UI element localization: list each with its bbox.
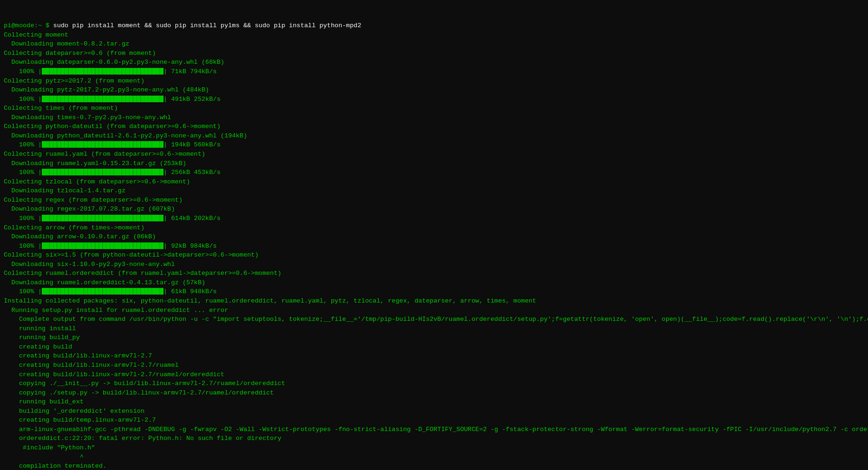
terminal-line: Complete output from command /usr/bin/py… — [4, 315, 864, 324]
terminal-line: Collecting arrow (from times->moment) — [4, 223, 864, 233]
terminal-line: Downloading six-1.10.0-py2.py3-none-any.… — [4, 260, 864, 269]
terminal-line: running install — [4, 324, 864, 334]
terminal-line: Downloading dateparser-0.6.0-py2.py3-non… — [4, 58, 864, 67]
terminal-line: Downloading regex-2017.07.28.tar.gz (607… — [4, 205, 864, 214]
terminal-line: ordereddict.c:22:20: fatal error: Python… — [4, 434, 864, 443]
terminal-line: Collecting tzlocal (from dateparser>=0.6… — [4, 177, 864, 187]
terminal-line: Collecting ruamel.yaml (from dateparser>… — [4, 150, 864, 159]
terminal-line: Collecting pytz>=2017.2 (from moment) — [4, 76, 864, 86]
terminal-line: Collecting moment — [4, 30, 864, 40]
terminal-line: Downloading pytz-2017.2-py2.py3-none-any… — [4, 85, 864, 95]
terminal-line: Collecting dateparser>=0.6 (from moment) — [4, 49, 864, 58]
terminal-line: running build_py — [4, 333, 864, 342]
terminal-line: Collecting ruamel.ordereddict (from ruam… — [4, 269, 864, 278]
terminal-window[interactable]: pi@moode:~ $ sudo pip install moment && … — [0, 0, 868, 470]
terminal-line: Downloading moment-0.8.2.tar.gz — [4, 39, 864, 49]
terminal-line: compilation terminated. — [4, 462, 864, 470]
terminal-line: Downloading python_dateutil-2.6.1-py2.py… — [4, 131, 864, 141]
terminal-line: 100% |████████████████████████████████| … — [4, 95, 864, 104]
terminal-line: 100% |████████████████████████████████| … — [4, 287, 864, 296]
terminal-line: Downloading tzlocal-1.4.tar.gz — [4, 186, 864, 196]
terminal-line: 100% |████████████████████████████████| … — [4, 140, 864, 150]
terminal-line: Downloading ruamel.yaml-0.15.23.tar.gz (… — [4, 159, 864, 168]
terminal-line: running build_ext — [4, 397, 864, 407]
terminal-line: creating build/lib.linux-armv7l-2.7/ruam… — [4, 370, 864, 379]
terminal-line: building '_ordereddict' extension — [4, 407, 864, 416]
terminal-line: Collecting regex (from dateparser>=0.6->… — [4, 196, 864, 205]
terminal-line: Collecting times (from moment) — [4, 104, 864, 113]
terminal-line: 100% |████████████████████████████████| … — [4, 67, 864, 76]
terminal-line: Collecting python-dateutil (from datepar… — [4, 122, 864, 131]
terminal-line: #include "Python.h" — [4, 443, 864, 453]
terminal-line: creating build/lib.linux-armv7l-2.7 — [4, 351, 864, 361]
terminal-line: creating build/temp.linux-armv7l-2.7 — [4, 416, 864, 425]
terminal-line: copying ./setup.py -> build/lib.linux-ar… — [4, 388, 864, 398]
terminal-line: 100% |████████████████████████████████| … — [4, 168, 864, 177]
terminal-line: Downloading arrow-0.10.0.tar.gz (86kB) — [4, 232, 864, 242]
terminal-line: Running setup.py install for ruamel.orde… — [4, 306, 864, 315]
terminal-line: Downloading times-0.7-py2.py3-none-any.w… — [4, 113, 864, 122]
terminal-line: pi@moode:~ $ sudo pip install moment && … — [4, 21, 864, 30]
terminal-line: 100% |████████████████████████████████| … — [4, 242, 864, 251]
terminal-content: pi@moode:~ $ sudo pip install moment && … — [4, 21, 864, 470]
terminal-line: Collecting six>=1.5 (from python-dateuti… — [4, 250, 864, 260]
terminal-line: 100% |████████████████████████████████| … — [4, 214, 864, 223]
terminal-line: arm-linux-gnueabihf-gcc -pthread -DNDEBU… — [4, 425, 864, 434]
terminal-line: ^ — [4, 453, 864, 462]
terminal-line: Installing collected packages: six, pyth… — [4, 296, 864, 306]
terminal-line: Downloading ruamel.ordereddict-0.4.13.ta… — [4, 278, 864, 288]
terminal-line: creating build — [4, 342, 864, 352]
terminal-line: creating build/lib.linux-armv7l-2.7/ruam… — [4, 361, 864, 370]
terminal-line: copying ./__init__.py -> build/lib.linux… — [4, 379, 864, 388]
